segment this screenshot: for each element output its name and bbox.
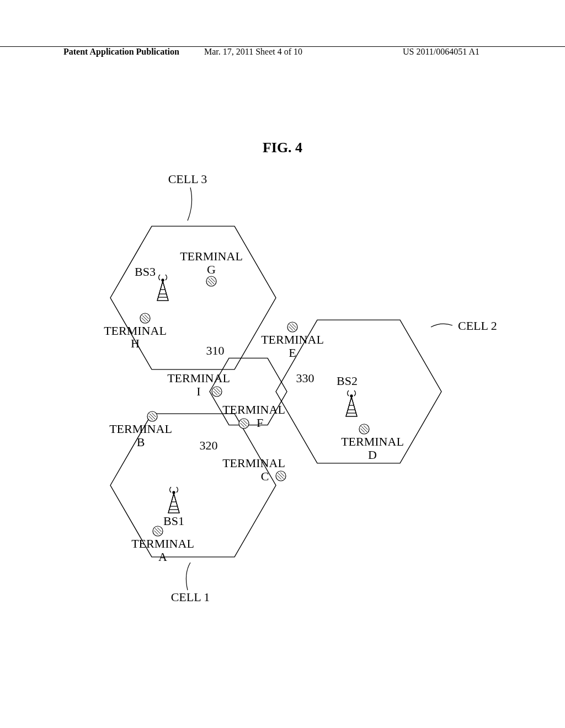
terminal-d-label-1: TERMINAL (341, 435, 404, 448)
cell-1-label: CELL 1 (171, 590, 210, 604)
terminal-e-label-2: E (289, 346, 296, 360)
terminal-h-icon (140, 313, 150, 323)
region-330-label: 330 (296, 371, 315, 385)
terminal-b-label-2: B (137, 435, 145, 449)
region-310-label: 310 (206, 344, 225, 357)
terminal-f-label-1: TERMINAL (222, 403, 285, 416)
cell-3-label: CELL 3 (168, 172, 207, 186)
terminal-i-label-2: I (196, 384, 200, 398)
bs2-label: BS2 (337, 374, 358, 388)
terminal-g-label-1: TERMINAL (180, 249, 243, 263)
terminal-a-label-2: A (158, 550, 167, 564)
terminal-i-icon (212, 387, 222, 397)
header-publication: Patent Application Publication (63, 47, 179, 57)
terminal-f-icon (239, 419, 249, 429)
header-date-sheet: Mar. 17, 2011 Sheet 4 of 10 (204, 47, 302, 57)
cell-2-label: CELL 2 (458, 319, 497, 333)
region-320-label: 320 (200, 438, 218, 452)
cell-1-leader (186, 563, 190, 590)
bs2-icon (346, 390, 357, 416)
bs3-icon (157, 275, 168, 301)
terminal-f-label-2: F (257, 416, 263, 430)
figure-title: FIG. 4 (0, 140, 565, 156)
page-header: Patent Application Publication Mar. 17, … (0, 46, 565, 48)
terminal-h-label-1: TERMINAL (104, 324, 167, 338)
terminal-g-icon (206, 276, 216, 286)
cellular-diagram: CELL 3 CELL 2 CELL 1 BS3 BS2 BS1 TERMINA… (66, 165, 502, 618)
bs1-icon (168, 487, 179, 513)
terminal-d-icon (359, 424, 369, 434)
cell-2-leader (431, 324, 452, 327)
terminal-i-label-1: TERMINAL (167, 371, 230, 385)
header-patent-number: US 2011/0064051 A1 (403, 47, 479, 57)
terminal-c-label-1: TERMINAL (222, 456, 285, 470)
bs3-label: BS3 (135, 265, 156, 279)
terminal-d-label-2: D (368, 448, 377, 462)
terminal-g-label-2: G (207, 263, 216, 276)
terminal-e-icon (287, 322, 297, 332)
terminal-a-icon (153, 526, 163, 536)
terminal-c-icon (276, 471, 286, 481)
terminal-b-icon (147, 411, 157, 421)
terminal-b-label-1: TERMINAL (109, 422, 172, 436)
terminal-c-label-2: C (261, 469, 269, 483)
terminal-h-label-2: H (131, 336, 140, 350)
terminal-a-label-1: TERMINAL (131, 537, 194, 550)
terminal-e-label-1: TERMINAL (261, 333, 324, 346)
cell-3-leader (188, 188, 192, 221)
bs1-label: BS1 (163, 514, 184, 528)
